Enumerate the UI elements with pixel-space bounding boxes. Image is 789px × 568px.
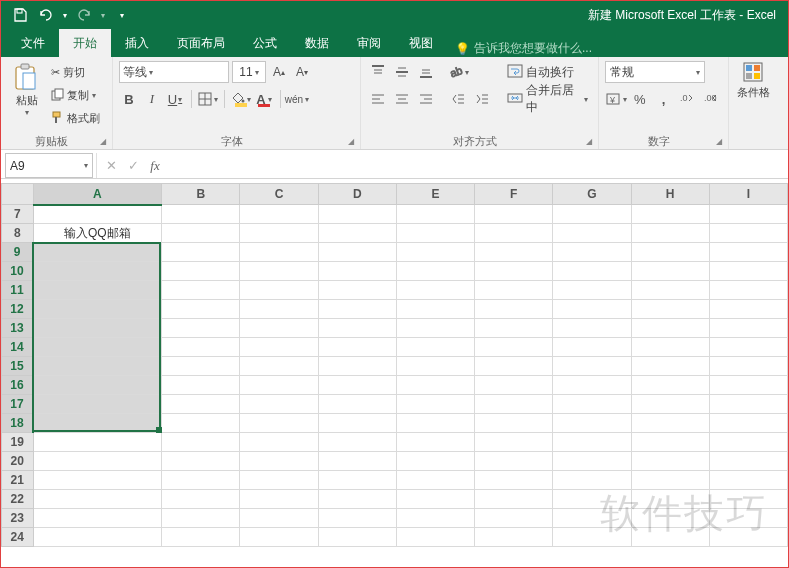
cell-E9[interactable]: [396, 243, 474, 262]
merge-center-button[interactable]: 合并后居中 ▾: [503, 88, 592, 110]
tab-page-layout[interactable]: 页面布局: [163, 29, 239, 57]
cell-F15[interactable]: [475, 357, 553, 376]
row-header-19[interactable]: 19: [2, 433, 34, 452]
align-middle-button[interactable]: [391, 61, 413, 83]
cell-C23[interactable]: [240, 509, 318, 528]
italic-button[interactable]: I: [142, 88, 162, 110]
cell-D12[interactable]: [318, 300, 396, 319]
font-size-combo[interactable]: 11 ▾: [232, 61, 266, 83]
cell-A10[interactable]: [33, 262, 162, 281]
cell-H20[interactable]: [631, 452, 709, 471]
cell-B16[interactable]: [162, 376, 240, 395]
select-all-corner[interactable]: [2, 184, 34, 205]
redo-button[interactable]: [73, 4, 95, 26]
cell-C14[interactable]: [240, 338, 318, 357]
cell-I13[interactable]: [709, 319, 787, 338]
cell-H24[interactable]: [631, 528, 709, 547]
cell-I18[interactable]: [709, 414, 787, 433]
cell-A19[interactable]: [33, 433, 162, 452]
cell-F18[interactable]: [475, 414, 553, 433]
cell-H17[interactable]: [631, 395, 709, 414]
align-bottom-button[interactable]: [415, 61, 437, 83]
accounting-format-button[interactable]: ¥▾: [605, 88, 627, 110]
cell-D24[interactable]: [318, 528, 396, 547]
cell-F17[interactable]: [475, 395, 553, 414]
cell-H16[interactable]: [631, 376, 709, 395]
cell-F9[interactable]: [475, 243, 553, 262]
undo-button[interactable]: [35, 4, 57, 26]
cell-B10[interactable]: [162, 262, 240, 281]
qat-customize-dropdown[interactable]: ▾: [111, 4, 133, 26]
percent-button[interactable]: %: [629, 88, 651, 110]
cell-A17[interactable]: [33, 395, 162, 414]
cell-I12[interactable]: [709, 300, 787, 319]
format-painter-button[interactable]: 格式刷: [51, 107, 100, 129]
column-header-H[interactable]: H: [631, 184, 709, 205]
cell-H18[interactable]: [631, 414, 709, 433]
cell-I16[interactable]: [709, 376, 787, 395]
cell-B21[interactable]: [162, 471, 240, 490]
cell-A8[interactable]: 输入QQ邮箱: [33, 224, 162, 243]
cell-D7[interactable]: [318, 205, 396, 224]
cell-E19[interactable]: [396, 433, 474, 452]
tell-me-search[interactable]: 💡 告诉我您想要做什么...: [447, 40, 592, 57]
cell-I21[interactable]: [709, 471, 787, 490]
font-name-combo[interactable]: 等线 ▾: [119, 61, 229, 83]
cell-E24[interactable]: [396, 528, 474, 547]
cell-E11[interactable]: [396, 281, 474, 300]
cell-I15[interactable]: [709, 357, 787, 376]
tab-file[interactable]: 文件: [7, 29, 59, 57]
row-header-24[interactable]: 24: [2, 528, 34, 547]
cell-B23[interactable]: [162, 509, 240, 528]
cell-I9[interactable]: [709, 243, 787, 262]
cell-F13[interactable]: [475, 319, 553, 338]
cell-D16[interactable]: [318, 376, 396, 395]
tab-home[interactable]: 开始: [59, 29, 111, 57]
cell-A20[interactable]: [33, 452, 162, 471]
cell-C12[interactable]: [240, 300, 318, 319]
cell-F12[interactable]: [475, 300, 553, 319]
cell-C19[interactable]: [240, 433, 318, 452]
cell-D9[interactable]: [318, 243, 396, 262]
cell-B13[interactable]: [162, 319, 240, 338]
increase-decimal-button[interactable]: .0: [677, 88, 699, 110]
row-header-23[interactable]: 23: [2, 509, 34, 528]
cell-B19[interactable]: [162, 433, 240, 452]
row-header-17[interactable]: 17: [2, 395, 34, 414]
cell-F14[interactable]: [475, 338, 553, 357]
tab-review[interactable]: 审阅: [343, 29, 395, 57]
column-header-F[interactable]: F: [475, 184, 553, 205]
cell-F8[interactable]: [475, 224, 553, 243]
cell-B7[interactable]: [162, 205, 240, 224]
cell-F22[interactable]: [475, 490, 553, 509]
cell-C16[interactable]: [240, 376, 318, 395]
cell-A14[interactable]: [33, 338, 162, 357]
row-header-7[interactable]: 7: [2, 205, 34, 224]
cancel-formula-button[interactable]: ✕: [100, 153, 122, 178]
align-left-button[interactable]: [367, 88, 389, 110]
column-header-E[interactable]: E: [396, 184, 474, 205]
cell-E8[interactable]: [396, 224, 474, 243]
cell-G21[interactable]: [553, 471, 631, 490]
cell-A13[interactable]: [33, 319, 162, 338]
cell-D20[interactable]: [318, 452, 396, 471]
cell-A7[interactable]: [33, 205, 162, 224]
cell-A24[interactable]: [33, 528, 162, 547]
cell-G12[interactable]: [553, 300, 631, 319]
cell-B11[interactable]: [162, 281, 240, 300]
cell-G20[interactable]: [553, 452, 631, 471]
cell-F24[interactable]: [475, 528, 553, 547]
cell-I20[interactable]: [709, 452, 787, 471]
cell-B9[interactable]: [162, 243, 240, 262]
row-header-14[interactable]: 14: [2, 338, 34, 357]
column-header-C[interactable]: C: [240, 184, 318, 205]
cell-D21[interactable]: [318, 471, 396, 490]
decrease-indent-button[interactable]: [447, 88, 469, 110]
number-format-combo[interactable]: 常规 ▾: [605, 61, 705, 83]
cell-F11[interactable]: [475, 281, 553, 300]
cell-G24[interactable]: [553, 528, 631, 547]
align-top-button[interactable]: [367, 61, 389, 83]
cell-H8[interactable]: [631, 224, 709, 243]
cell-C10[interactable]: [240, 262, 318, 281]
cell-G9[interactable]: [553, 243, 631, 262]
